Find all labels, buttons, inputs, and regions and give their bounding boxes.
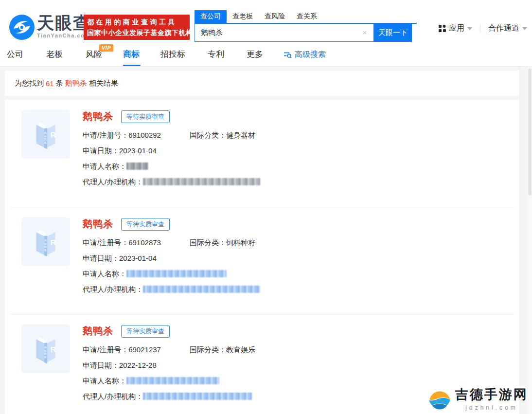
applicant-label: 申请人名称： [83, 377, 126, 385]
trademark-placeholder-icon: 商 标 图 案 R [28, 117, 63, 152]
trademark-name-link[interactable]: 鹅鸭杀 [83, 110, 113, 123]
applicant-redacted-value [126, 162, 148, 170]
results-count-bar: 为您找到 61 条 鹅鸭杀 相关结果 [5, 71, 519, 96]
promo-banner: 都在用的商业查询工具 国家中小企业发展子基金旗下机构 [84, 15, 190, 40]
reg-no-value: 69021237 [128, 345, 161, 354]
apply-date-value: 2023-01-04 [119, 254, 157, 262]
intl-class-label: 国际分类： [190, 345, 226, 354]
trademark-result-list: 商 标 图 案 R 鹅鸭杀 等待实质审查 申请/注册号：69100292 国际分… [5, 100, 519, 414]
site-watermark: 吉德手游网 jdzhnl.com [427, 386, 528, 411]
applicant-redacted-value [126, 270, 227, 277]
apply-date-value: 2022-12-28 [119, 361, 157, 369]
category-nav: 公司 老板 风险 VIP 商标 招投标 专利 更多 高级搜索 [0, 43, 532, 67]
agent-redacted-value [143, 393, 252, 400]
apply-date-label: 申请日期： [83, 361, 119, 369]
scrollbar-track[interactable] [528, 67, 532, 414]
svg-text:商: 商 [44, 239, 47, 242]
apps-menu[interactable]: 应用 [439, 23, 472, 34]
nav-item-boss[interactable]: 老板 [46, 43, 63, 66]
advanced-search-icon [284, 51, 292, 59]
results-prefix: 为您找到 [15, 79, 44, 88]
reg-no-value: 69100292 [128, 131, 161, 139]
search-tab-company[interactable]: 查公司 [195, 10, 227, 23]
svg-text:案: 案 [44, 356, 47, 359]
svg-text:R: R [50, 130, 56, 139]
svg-text:商: 商 [44, 131, 47, 134]
results-count: 61 [46, 79, 54, 88]
trademark-thumbnail[interactable]: 商 标 图 案 R [21, 324, 70, 373]
nav-item-company[interactable]: 公司 [7, 43, 23, 66]
apply-date-value: 2023-01-04 [119, 146, 157, 155]
chevron-down-icon [467, 27, 472, 30]
results-unit: 条 [56, 79, 63, 88]
promo-banner-line1: 都在用的商业查询工具 [87, 17, 186, 27]
agent-label: 代理人/办理机构： [83, 392, 143, 400]
trademark-name-link[interactable]: 鹅鸭杀 [83, 217, 113, 231]
promo-banner-line2: 国家中小企业发展子基金旗下机构 [87, 27, 186, 38]
advanced-search-label: 高级搜索 [295, 50, 326, 60]
trademark-thumbnail[interactable]: 商 标 图 案 R [21, 217, 70, 266]
vip-badge: VIP [99, 44, 113, 52]
trademark-placeholder-icon: 商 标 图 案 R [28, 331, 63, 366]
intl-class-label: 国际分类： [190, 238, 226, 247]
nav-item-trademark[interactable]: 商标 [123, 43, 140, 66]
apply-date-label: 申请日期： [83, 146, 119, 155]
trademark-card[interactable]: 商 标 图 案 R 鹅鸭杀 等待实质审查 申请/注册号：69102873 国际分… [10, 207, 514, 314]
active-tab-underline [123, 65, 141, 66]
search-tab-relation[interactable]: 查关系 [291, 10, 323, 23]
status-badge: 等待实质审查 [121, 110, 170, 123]
agent-label: 代理人/办理机构： [83, 285, 143, 293]
nav-item-patent[interactable]: 专利 [208, 43, 224, 66]
trademark-name-link[interactable]: 鹅鸭杀 [83, 324, 113, 338]
header-right: 应用 合作通道 [439, 23, 527, 34]
search-tabs: 查公司 查老板 查风险 查关系 [195, 10, 417, 23]
intl-class-value: 教育娱乐 [226, 345, 255, 354]
nav-item-bidding[interactable]: 招投标 [160, 43, 185, 66]
svg-text:R: R [50, 345, 56, 354]
svg-text:案: 案 [44, 249, 47, 252]
scrollbar-thumb[interactable] [528, 69, 532, 195]
apps-grid-icon [439, 25, 446, 32]
tianyancha-logo-icon [9, 14, 35, 40]
status-badge: 等待实质审查 [121, 218, 170, 231]
apply-date-label: 申请日期： [83, 254, 119, 262]
clear-search-icon[interactable]: × [361, 29, 369, 36]
reg-no-label: 申请/注册号： [83, 131, 128, 139]
applicant-label: 申请人名称： [83, 270, 126, 278]
agent-redacted-value [143, 286, 260, 293]
watermark-domain: jdzhnl.com [465, 404, 517, 411]
watermark-name: 吉德手游网 [455, 386, 528, 403]
apps-menu-label: 应用 [449, 23, 464, 34]
watermark-logo-icon [427, 386, 452, 411]
reg-no-label: 申请/注册号： [83, 345, 128, 354]
trademark-thumbnail[interactable]: 商 标 图 案 R [21, 110, 70, 159]
svg-text:商: 商 [44, 346, 47, 349]
reg-no-label: 申请/注册号： [83, 238, 128, 247]
applicant-redacted-value [126, 377, 219, 384]
results-suffix: 相关结果 [89, 79, 118, 88]
header-divider [480, 25, 480, 33]
tianyancha-logo[interactable]: 天眼查 TianYanCha.com [9, 14, 91, 40]
trademark-card[interactable]: 商 标 图 案 R 鹅鸭杀 等待实质审查 申请/注册号：69100292 国际分… [5, 100, 519, 207]
intl-class-label: 国际分类： [190, 131, 226, 139]
reg-no-value: 69102873 [128, 238, 161, 247]
status-badge: 等待实质审查 [121, 325, 170, 338]
intl-class-value: 健身器材 [226, 131, 255, 139]
applicant-label: 申请人名称： [83, 162, 126, 170]
search-tab-risk[interactable]: 查风险 [259, 10, 291, 23]
logo-title: 天眼查 [37, 14, 91, 32]
trademark-placeholder-icon: 商 标 图 案 R [28, 224, 63, 259]
agent-label: 代理人/办理机构： [83, 178, 143, 186]
partner-menu-label: 合作通道 [488, 23, 519, 34]
intl-class-value: 饲料种籽 [226, 238, 255, 247]
results-keyword: 鹅鸭杀 [65, 79, 87, 88]
advanced-search-link[interactable]: 高级搜索 [284, 43, 326, 66]
search-button[interactable]: 天眼一下 [374, 24, 412, 42]
svg-text:R: R [50, 238, 56, 247]
nav-item-more[interactable]: 更多 [247, 43, 263, 66]
search-input[interactable] [195, 24, 374, 42]
partner-menu[interactable]: 合作通道 [488, 23, 527, 34]
chevron-down-icon [522, 27, 527, 30]
search-tab-boss[interactable]: 查老板 [227, 10, 259, 23]
search-module: 查公司 查老板 查风险 查关系 × 天眼一下 [195, 10, 417, 42]
